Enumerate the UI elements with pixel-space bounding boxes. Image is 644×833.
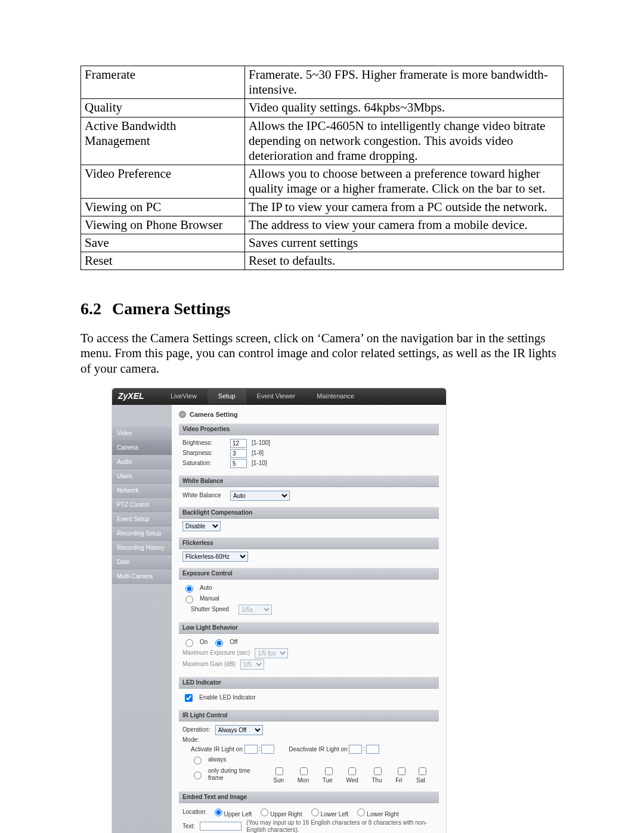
section-heading: 6.2Camera Settings [80, 299, 564, 319]
white-balance-select[interactable]: Auto [230, 491, 290, 501]
day-sun-checkbox[interactable] [275, 767, 283, 775]
tab-setup[interactable]: Setup [208, 389, 246, 404]
day-sat-checkbox[interactable] [419, 767, 426, 775]
section-title: Camera Settings [112, 299, 230, 318]
ir-activate-h[interactable] [244, 745, 258, 754]
brand-logo: ZyXEL [118, 391, 160, 401]
table-key: Reset [81, 252, 245, 270]
saturation-input[interactable] [230, 459, 247, 468]
day-thu-checkbox[interactable] [374, 767, 382, 775]
ir-timeframe-radio[interactable] [194, 772, 202, 779]
table-key: Active Bandwidth Management [81, 117, 245, 165]
table-key: Viewing on PC [81, 198, 245, 216]
section-white-balance: White Balance [179, 475, 439, 487]
day-tue-checkbox[interactable] [325, 767, 333, 775]
table-row: Viewing on Phone BrowserThe address to v… [81, 216, 564, 234]
section-number: 6.2 [80, 299, 101, 318]
sidebar-item-camera[interactable]: Camera [112, 441, 172, 455]
table-value: The address to view your camera from a m… [245, 216, 564, 234]
table-value: Video quality settings. 64kpbs~3Mbps. [245, 99, 564, 117]
table-key: Framerate [81, 66, 245, 99]
lowlight-off-radio[interactable] [215, 639, 223, 647]
section-backlight: Backlight Compensation [179, 507, 439, 519]
table-value: Framerate. 5~30 FPS. Higher framerate is… [245, 66, 564, 99]
sidebar-item-video[interactable]: Video [112, 426, 172, 441]
panel-title: Camera Setting [179, 411, 439, 419]
sidebar: VideoCameraAudioUsersNetworkPTZ ControlE… [112, 405, 172, 833]
sidebar-item-date[interactable]: Date [112, 555, 172, 569]
table-row: Active Bandwidth ManagementAllows the IP… [81, 117, 564, 165]
table-row: Viewing on PCThe IP to view your camera … [81, 198, 564, 216]
document-page: FramerateFramerate. 5~30 FPS. Higher fra… [0, 0, 644, 833]
table-row: QualityVideo quality settings. 64kpbs~3M… [81, 99, 564, 117]
sharpness-input[interactable] [230, 449, 247, 458]
table-value: Reset to defaults. [245, 252, 564, 270]
location-upper-left-radio[interactable] [215, 809, 222, 816]
embedded-screenshot: ZyXEL LiveViewSetupEvent ViewerMaintenan… [112, 388, 447, 833]
exposure-auto-radio[interactable] [185, 585, 193, 593]
table-value: Saves current settings [245, 234, 564, 252]
ir-activate-m[interactable] [261, 745, 274, 754]
brightness-input[interactable] [230, 439, 247, 448]
day-wed-checkbox[interactable] [348, 767, 356, 775]
section-video-props: Video Properties [179, 423, 439, 435]
day-mon-checkbox[interactable] [300, 767, 308, 775]
sidebar-item-recording-setup[interactable]: Recording Setup [112, 527, 172, 541]
table-value: Allows the IPC-4605N to intelligently ch… [245, 117, 564, 165]
sidebar-item-recording-history[interactable]: Recording History [112, 541, 172, 555]
sidebar-item-multi-camera[interactable]: Multi-Camera [112, 569, 172, 584]
ir-always-radio[interactable] [194, 757, 202, 764]
led-checkbox[interactable] [185, 694, 193, 702]
shutter-select[interactable]: 1/5s [239, 605, 272, 615]
backlight-select[interactable]: Disable [182, 521, 221, 531]
ir-operation-select[interactable]: Always Off [215, 725, 263, 735]
sidebar-item-network[interactable]: Network [112, 484, 172, 498]
sidebar-item-users[interactable]: Users [112, 469, 172, 484]
table-key: Save [81, 234, 245, 252]
ir-deactivate-m[interactable] [366, 745, 379, 754]
sidebar-item-ptz-control[interactable]: PTZ Control [112, 498, 172, 512]
table-value: Allows you to choose between a preferenc… [245, 165, 564, 198]
table-row: Video PreferenceAllows you to choose bet… [81, 165, 564, 198]
location-lower-left-radio[interactable] [311, 809, 319, 816]
embed-text-input[interactable] [200, 822, 242, 831]
ui-topbar: ZyXEL LiveViewSetupEvent ViewerMaintenan… [112, 388, 446, 405]
ir-deactivate-h[interactable] [349, 745, 362, 754]
spec-table: FramerateFramerate. 5~30 FPS. Higher fra… [80, 66, 564, 270]
section-ir: IR Light Control [179, 710, 439, 721]
exposure-manual-radio[interactable] [185, 596, 193, 603]
flicker-select[interactable]: Flickerless-60Hz [182, 552, 248, 562]
max-gain-select[interactable]: 1/5 [240, 659, 264, 670]
location-upper-right-radio[interactable] [261, 809, 268, 816]
location-lower-right-radio[interactable] [357, 809, 365, 816]
tab-event-viewer[interactable]: Event Viewer [246, 389, 306, 404]
table-value: The IP to view your camera from a PC out… [245, 198, 564, 216]
sidebar-item-audio[interactable]: Audio [112, 455, 172, 469]
table-row: SaveSaves current settings [81, 234, 564, 252]
tab-liveview[interactable]: LiveView [160, 389, 208, 404]
main-panel: Camera Setting Video Properties Brightne… [172, 405, 446, 833]
tab-maintenance[interactable]: Maintenance [306, 389, 365, 404]
section-embed: Embed Text and Image [179, 791, 439, 803]
table-key: Video Preference [81, 165, 245, 198]
max-exposure-select[interactable]: 1/5 fps [255, 648, 288, 658]
section-flicker: Flickerless [179, 537, 439, 549]
table-row: ResetReset to defaults. [81, 252, 564, 270]
section-lowlight: Low Light Behavior [179, 622, 439, 634]
section-paragraph: To access the Camera Settings screen, cl… [80, 331, 564, 377]
table-key: Viewing on Phone Browser [81, 216, 245, 234]
table-key: Quality [81, 99, 245, 117]
day-fri-checkbox[interactable] [398, 767, 405, 775]
section-led: LED Indicator [179, 677, 439, 689]
sidebar-item-event-setup[interactable]: Event Setup [112, 512, 172, 527]
section-exposure: Exposure Control [179, 568, 439, 580]
table-row: FramerateFramerate. 5~30 FPS. Higher fra… [81, 66, 564, 99]
panel-icon [179, 411, 186, 418]
lowlight-on-radio[interactable] [185, 639, 193, 647]
